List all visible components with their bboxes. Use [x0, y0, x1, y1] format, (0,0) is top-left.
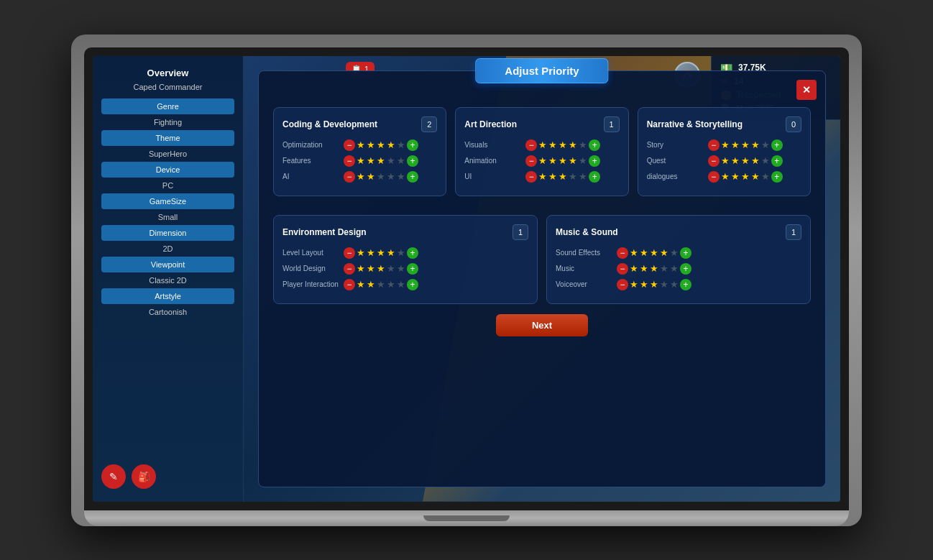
sidebar-item-viewpoint[interactable]: Viewpoint [101, 257, 234, 272]
minus-optimization[interactable]: − [344, 139, 355, 151]
sidebar-item-artstyle[interactable]: Artstyle [101, 288, 234, 304]
plus-level-layout[interactable]: + [407, 247, 418, 259]
minus-animation[interactable]: − [525, 155, 537, 167]
star: ★ [397, 264, 405, 273]
star: ★ [650, 280, 658, 289]
plus-features[interactable]: + [407, 155, 418, 167]
sidebar-item-gamesize[interactable]: GameSize [101, 193, 234, 209]
star: ★ [367, 280, 375, 289]
row-features: Features − ★ ★ ★ ★ ★ + [282, 155, 437, 167]
star: ★ [397, 248, 405, 257]
modal-title: Adjust Priority [475, 58, 608, 83]
sidebar-item-genre[interactable]: Genre [101, 98, 234, 114]
plus-music[interactable]: + [680, 263, 691, 275]
next-button[interactable]: Next [496, 314, 588, 336]
edit-button[interactable]: ✎ [101, 464, 126, 489]
sidebar-item-superhero[interactable]: SuperHero [93, 147, 243, 160]
plus-player-interaction[interactable]: + [407, 279, 418, 290]
row-quest: Quest − ★ ★ ★ ★ ★ + [647, 155, 801, 167]
star: ★ [377, 156, 385, 165]
label-player-interaction: Player Interaction [282, 280, 344, 288]
star: ★ [721, 156, 730, 165]
minus-player-interaction[interactable]: − [344, 279, 355, 290]
plus-animation[interactable]: + [589, 155, 600, 167]
plus-voiceover[interactable]: + [680, 279, 691, 290]
minus-ui[interactable]: − [525, 171, 537, 183]
star: ★ [660, 248, 668, 257]
sidebar-item-small[interactable]: Small [93, 211, 243, 224]
label-world-design: World Design [282, 265, 344, 272]
minus-visuals[interactable]: − [525, 139, 537, 151]
star: ★ [761, 156, 770, 165]
star: ★ [640, 264, 648, 273]
laptop-base [84, 510, 849, 526]
star: ★ [640, 280, 648, 289]
stars-animation: − ★ ★ ★ ★ ★ + [525, 155, 619, 167]
star: ★ [731, 156, 740, 165]
bottom-cards-grid: Environment Design 1 Level Layout − ★ ★ … [273, 215, 811, 304]
card-narrative-title: Narrative & Storytelling [647, 119, 743, 129]
minus-dialogues[interactable]: − [708, 171, 720, 183]
stars-features: − ★ ★ ★ ★ ★ + [344, 155, 437, 167]
sidebar-item-theme[interactable]: Theme [101, 130, 234, 146]
minus-story[interactable]: − [708, 139, 720, 151]
minus-quest[interactable]: − [708, 155, 720, 167]
card-music-badge: 1 [786, 224, 801, 240]
plus-quest[interactable]: + [771, 155, 783, 167]
plus-visuals[interactable]: + [589, 139, 600, 151]
star: ★ [741, 172, 750, 181]
sidebar-item-device[interactable]: Device [101, 162, 234, 178]
minus-features[interactable]: − [344, 155, 355, 167]
sidebar-bottom-icons: ✎ 🎒 [93, 459, 243, 495]
star: ★ [731, 172, 740, 181]
minus-level-layout[interactable]: − [344, 247, 355, 259]
sidebar-item-fighting[interactable]: Fighting [93, 116, 243, 129]
star: ★ [559, 156, 567, 165]
plus-ui[interactable]: + [589, 171, 600, 183]
star: ★ [751, 140, 760, 150]
laptop-notch [423, 515, 510, 521]
plus-ai[interactable]: + [407, 171, 418, 183]
plus-optimization[interactable]: + [407, 139, 418, 151]
star: ★ [731, 140, 740, 150]
sidebar-item-pc[interactable]: PC [93, 179, 243, 192]
stars-level-layout: − ★ ★ ★ ★ ★ + [344, 247, 528, 259]
stars-player-interaction: − ★ ★ ★ ★ ★ + [344, 279, 528, 290]
modal-close-button[interactable]: ✕ [796, 80, 817, 100]
plus-sound-effects[interactable]: + [680, 247, 691, 259]
screen-bezel: Overview Caped Commander Genre Fighting … [84, 47, 849, 510]
sidebar-item-dimension[interactable]: Dimension [101, 225, 234, 241]
star: ★ [367, 248, 375, 257]
minus-voiceover[interactable]: − [617, 279, 628, 290]
star: ★ [357, 140, 365, 150]
star: ★ [387, 140, 395, 150]
sidebar-item-classic2d[interactable]: Classic 2D [93, 274, 243, 287]
card-coding-title: Coding & Development [282, 119, 377, 129]
star: ★ [670, 248, 679, 257]
label-visuals: Visuals [464, 141, 525, 149]
card-art-header: Art Direction 1 [464, 116, 619, 132]
plus-dialogues[interactable]: + [771, 171, 783, 183]
star: ★ [548, 156, 557, 165]
stars-quest: − ★ ★ ★ ★ ★ + [708, 155, 801, 167]
laptop-frame: Overview Caped Commander Genre Fighting … [71, 35, 862, 526]
sidebar-item-2d[interactable]: 2D [93, 242, 243, 255]
minus-ai[interactable]: − [344, 171, 355, 183]
star: ★ [650, 264, 658, 273]
star: ★ [670, 264, 679, 273]
star: ★ [559, 172, 567, 181]
bag-button[interactable]: 🎒 [132, 464, 156, 489]
label-features: Features [282, 157, 344, 165]
row-visuals: Visuals − ★ ★ ★ ★ ★ + [464, 139, 619, 151]
star: ★ [538, 140, 547, 150]
minus-world-design[interactable]: − [344, 263, 355, 275]
row-sound-effects: Sound Effects − ★ ★ ★ ★ ★ + [556, 247, 801, 259]
plus-story[interactable]: + [771, 139, 783, 151]
card-narrative-badge: 0 [786, 116, 801, 132]
minus-music[interactable]: − [617, 263, 628, 275]
star: ★ [548, 172, 557, 181]
minus-sound-effects[interactable]: − [617, 247, 628, 259]
plus-world-design[interactable]: + [407, 263, 418, 275]
sidebar-item-cartoonish[interactable]: Cartoonish [93, 306, 243, 318]
sidebar: Overview Caped Commander Genre Fighting … [93, 56, 244, 502]
